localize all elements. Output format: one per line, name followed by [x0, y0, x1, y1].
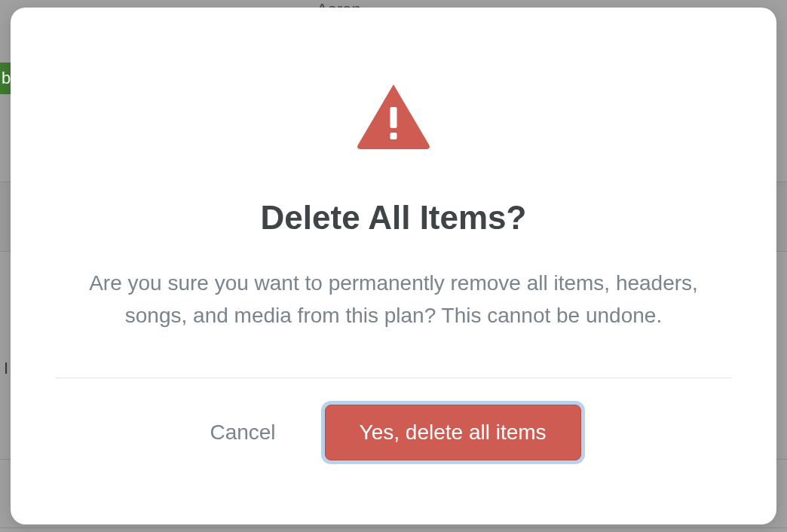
bg-side-fragment: I [4, 359, 8, 378]
confirm-delete-button[interactable]: Yes, delete all items [325, 405, 581, 460]
modal-divider [56, 378, 731, 378]
svg-rect-0 [390, 107, 397, 128]
confirm-delete-modal: Delete All Items? Are you sure you want … [11, 8, 776, 524]
svg-rect-1 [390, 133, 397, 139]
cancel-button[interactable]: Cancel [206, 413, 279, 452]
warning-triangle-icon [356, 83, 431, 154]
bg-divider [0, 527, 787, 528]
modal-title: Delete All Items? [261, 199, 527, 237]
modal-body-text: Are you sure you want to permanently rem… [84, 267, 703, 332]
modal-button-row: Cancel Yes, delete all items [206, 405, 580, 460]
